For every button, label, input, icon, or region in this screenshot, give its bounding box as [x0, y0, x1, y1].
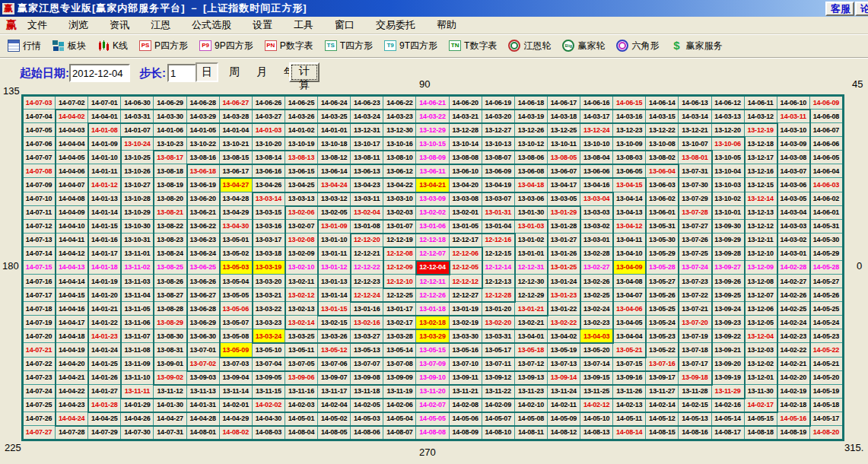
grid-cell[interactable]: 14-08-20 — [810, 426, 843, 440]
grid-cell[interactable]: 14-01-30 — [154, 399, 186, 412]
grid-cell[interactable]: 13-01-24 — [548, 275, 580, 288]
grid-cell[interactable]: 13-11-08 — [121, 343, 154, 357]
grid-cell[interactable]: 14-01-08 — [88, 123, 121, 137]
grid-cell[interactable]: 13-01-30 — [515, 206, 548, 220]
grid-cell[interactable]: 13-10-14 — [450, 137, 482, 151]
grid-cell[interactable]: 14-03-02 — [777, 234, 810, 247]
grid-cell[interactable]: 13-05-19 — [548, 343, 580, 357]
grid-cell[interactable]: 14-01-27 — [88, 385, 121, 399]
grid-cell[interactable]: 13-04-26 — [253, 178, 285, 192]
grid-cell[interactable]: 14-08-17 — [712, 426, 745, 440]
grid-cell[interactable]: 13-06-04 — [646, 164, 679, 178]
grid-cell[interactable]: 14-04-05 — [56, 151, 88, 164]
grid-cell[interactable]: 13-04-06 — [613, 302, 646, 316]
grid-cell[interactable]: 13-11-18 — [351, 385, 383, 399]
grid-cell[interactable]: 14-03-20 — [482, 110, 515, 123]
grid-cell[interactable]: 13-06-28 — [187, 302, 220, 316]
grid-cell[interactable]: 13-12-07 — [745, 288, 777, 302]
toolbar-button-行情[interactable]: 行情 — [8, 40, 41, 52]
grid-cell[interactable]: 14-01-15 — [88, 220, 121, 234]
grid-cell[interactable]: 13-02-19 — [450, 316, 482, 329]
grid-cell[interactable]: 13-09-04 — [220, 371, 253, 385]
grid-cell[interactable]: 13-01-29 — [548, 206, 580, 220]
grid-cell[interactable]: 14-02-25 — [777, 302, 810, 316]
grid-cell[interactable]: 13-05-09 — [220, 343, 253, 357]
grid-cell[interactable]: 12-12-20 — [351, 234, 383, 247]
grid-cell[interactable]: 14-05-21 — [810, 358, 843, 371]
grid-cell[interactable]: 14-05-18 — [810, 399, 843, 412]
grid-cell[interactable]: 13-03-30 — [450, 329, 482, 343]
grid-cell[interactable]: 14-08-14 — [613, 426, 646, 440]
grid-cell[interactable]: 12-12-24 — [351, 288, 383, 302]
grid-cell[interactable]: 12-12-08 — [383, 247, 416, 261]
grid-cell[interactable]: 14-05-19 — [810, 385, 843, 399]
grid-cell[interactable]: 13-06-25 — [187, 261, 220, 275]
grid-cell[interactable]: 13-03-11 — [351, 192, 383, 206]
grid-cell[interactable]: 14-02-13 — [613, 399, 646, 412]
grid-cell[interactable]: 13-01-05 — [450, 220, 482, 234]
grid-cell[interactable]: 13-08-26 — [154, 275, 186, 288]
grid-cell[interactable]: 14-06-22 — [383, 96, 416, 110]
grid-cell[interactable]: 14-02-06 — [383, 399, 416, 412]
grid-cell[interactable]: 14-07-02 — [56, 96, 88, 110]
grid-cell[interactable]: 14-01-17 — [88, 247, 121, 261]
grid-cell[interactable]: 13-03-03 — [580, 206, 613, 220]
grid-cell[interactable]: 14-06-05 — [810, 151, 843, 164]
grid-cell[interactable]: 13-02-23 — [580, 316, 613, 329]
grid-cell[interactable]: 14-05-29 — [810, 247, 843, 261]
grid-cell[interactable]: 12-12-21 — [351, 247, 383, 261]
grid-cell[interactable]: 14-04-30 — [253, 412, 285, 426]
grid-cell[interactable]: 13-07-05 — [285, 358, 318, 371]
grid-cell[interactable]: 14-05-03 — [351, 412, 383, 426]
grid-cell[interactable]: 14-03-09 — [777, 137, 810, 151]
grid-cell[interactable]: 14-07-06 — [23, 137, 56, 151]
grid-cell[interactable]: 14-01-16 — [88, 234, 121, 247]
grid-cell[interactable]: 13-12-12 — [745, 220, 777, 234]
grid-cell[interactable]: 13-12-01 — [745, 371, 777, 385]
grid-cell[interactable]: 14-08-10 — [482, 426, 515, 440]
grid-cell[interactable]: 12-12-05 — [450, 261, 482, 275]
grid-cell[interactable]: 14-06-04 — [810, 164, 843, 178]
grid-cell[interactable]: 13-07-11 — [482, 358, 515, 371]
grid-cell[interactable]: 13-03-05 — [548, 192, 580, 206]
grid-cell[interactable]: 13-10-29 — [121, 206, 154, 220]
grid-cell[interactable]: 14-03-19 — [515, 110, 548, 123]
grid-cell[interactable]: 13-04-16 — [580, 178, 613, 192]
grid-cell[interactable]: 13-03-20 — [253, 275, 285, 288]
grid-cell[interactable]: 13-02-02 — [416, 206, 449, 220]
grid-cell[interactable]: 14-08-02 — [220, 426, 253, 440]
grid-cell[interactable]: 13-03-19 — [253, 261, 285, 275]
grid-cell[interactable]: 14-06-01 — [810, 206, 843, 220]
grid-cell[interactable]: 13-09-29 — [712, 234, 745, 247]
grid-cell[interactable]: 14-07-08 — [23, 164, 56, 178]
grid-cell[interactable]: 14-01-06 — [154, 123, 186, 137]
grid-cell[interactable]: 14-01-19 — [88, 275, 121, 288]
grid-cell[interactable]: 13-05-01 — [220, 234, 253, 247]
grid-cell[interactable]: 13-09-07 — [318, 371, 351, 385]
grid-cell[interactable]: 13-08-20 — [154, 192, 186, 206]
grid-cell[interactable]: 13-06-30 — [187, 329, 220, 343]
grid-cell[interactable]: 14-08-15 — [646, 426, 679, 440]
grid-cell[interactable]: 13-08-25 — [154, 261, 186, 275]
grid-cell[interactable]: 13-01-02 — [515, 234, 548, 247]
grid-cell[interactable]: 14-01-26 — [88, 371, 121, 385]
grid-cell[interactable]: 13-11-27 — [646, 385, 679, 399]
grid-cell[interactable]: 13-07-02 — [187, 358, 220, 371]
grid-cell[interactable]: 13-06-13 — [351, 164, 383, 178]
grid-cell[interactable]: 13-03-24 — [253, 329, 285, 343]
grid-cell[interactable]: 13-09-17 — [646, 371, 679, 385]
grid-cell[interactable]: 13-05-05 — [220, 288, 253, 302]
grid-cell[interactable]: 13-02-10 — [285, 261, 318, 275]
grid-cell[interactable]: 14-03-01 — [777, 247, 810, 261]
grid-cell[interactable]: 14-05-17 — [810, 412, 843, 426]
grid-cell[interactable]: 13-11-20 — [416, 385, 449, 399]
grid-cell[interactable]: 13-07-06 — [318, 358, 351, 371]
grid-cell[interactable]: 14-03-17 — [580, 110, 613, 123]
grid-cell[interactable]: 13-07-12 — [515, 358, 548, 371]
grid-cell[interactable]: 13-04-12 — [613, 220, 646, 234]
grid-cell[interactable]: 13-09-13 — [515, 371, 548, 385]
grid-cell[interactable]: 13-05-03 — [220, 261, 253, 275]
grid-cell[interactable]: 13-01-17 — [383, 302, 416, 316]
grid-cell[interactable]: 13-07-26 — [679, 234, 711, 247]
grid-cell[interactable]: 13-12-18 — [745, 137, 777, 151]
